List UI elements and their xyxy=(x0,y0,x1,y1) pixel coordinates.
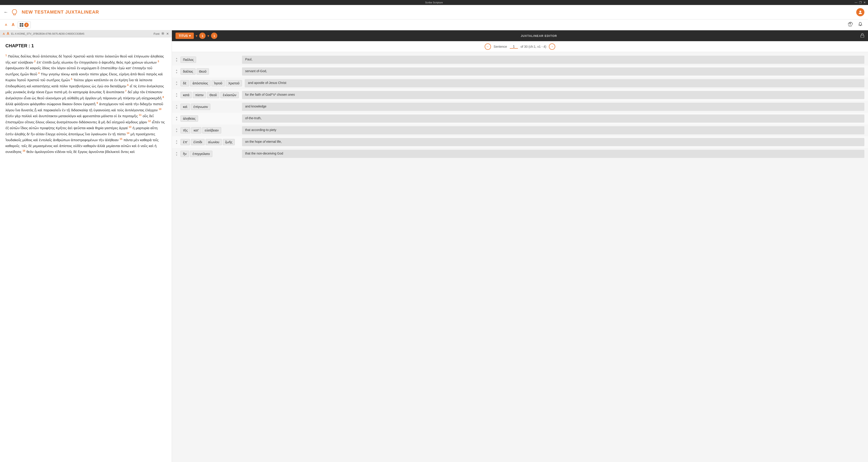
greek-word-token[interactable]: Θεοῦ xyxy=(207,92,219,98)
word-row: ▲▼καὶἐπίγνωσινand knowledge xyxy=(172,101,868,113)
greek-word-token[interactable]: δοῦλος xyxy=(181,68,196,75)
sentence-total: of 30 (ch:1, v1 - 4) xyxy=(521,45,547,49)
page-title: NEW TESTAMENT JUXTALINEAR xyxy=(22,9,99,15)
window-controls[interactable]: — ❐ ✕ xyxy=(855,1,866,4)
row-up-arrow[interactable]: ▲ xyxy=(176,104,178,107)
row-down-arrow[interactable]: ▼ xyxy=(176,60,178,62)
greek-word-token[interactable]: Θεοῦ xyxy=(196,68,209,75)
greek-words-group: ἐπ'ἐλπίδιαἰωνίουζωῆς xyxy=(181,139,239,145)
chapter-heading: CHAPTER : 1 xyxy=(5,42,166,50)
row-up-arrow[interactable]: ▲ xyxy=(176,57,178,60)
greek-word-token[interactable]: εὐσέβειαν xyxy=(202,127,221,133)
row-reorder-arrows[interactable]: ▲▼ xyxy=(176,140,178,145)
app-title: Scribe Scripture xyxy=(425,1,443,4)
row-down-arrow[interactable]: ▼ xyxy=(176,83,178,86)
row-up-arrow[interactable]: ▲ xyxy=(176,140,178,142)
greek-word-token[interactable]: ἐκλεκτῶν xyxy=(220,92,239,98)
word-row: ▲▼ἣνἐπηγγείλατοthat the non-deceiving Go… xyxy=(172,148,868,160)
greek-word-token[interactable]: ἀπόστολος xyxy=(190,80,211,86)
word-row: ▲▼ΠαῦλοςPaul, xyxy=(172,54,868,66)
row-up-arrow[interactable]: ▲ xyxy=(176,128,178,130)
row-reorder-arrows[interactable]: ▲▼ xyxy=(176,151,178,157)
row-down-arrow[interactable]: ▼ xyxy=(176,142,178,145)
row-down-arrow[interactable]: ▼ xyxy=(176,130,178,133)
minimize-btn[interactable]: — xyxy=(855,1,857,4)
row-up-arrow[interactable]: ▲ xyxy=(176,69,178,71)
sentence-next-button[interactable]: → xyxy=(549,43,555,50)
verse-number-9: 9 xyxy=(97,101,99,104)
greek-words-group: ἀληθείας xyxy=(181,115,239,122)
chapter-next-arrow[interactable]: ▾ xyxy=(207,33,210,39)
row-up-arrow[interactable]: ▲ xyxy=(176,151,178,154)
row-reorder-arrows[interactable]: ▲▼ xyxy=(176,104,178,110)
chapter-navigation: ▾ 1 ▾ 1 xyxy=(195,33,217,39)
row-up-arrow[interactable]: ▲ xyxy=(176,92,178,95)
english-gloss: Paul, xyxy=(242,56,864,64)
greek-word-token[interactable]: κατά xyxy=(181,92,192,98)
view-toggle-button[interactable]: 2 xyxy=(18,22,31,28)
greek-words-group: δὲἀπόστολοςἸησοῦΧριστοῦ xyxy=(181,80,242,86)
greek-word-token[interactable]: ζωῆς xyxy=(223,139,235,145)
back-button[interactable]: ← xyxy=(4,9,8,15)
greek-word-token[interactable]: ἐπηγγείλατο xyxy=(190,151,212,157)
font-increase-button[interactable]: A xyxy=(10,22,16,28)
verse-number-5: 5 xyxy=(71,78,73,80)
sentence-number-input[interactable] xyxy=(510,44,518,49)
text-font-small[interactable]: A xyxy=(3,32,5,35)
user-avatar[interactable] xyxy=(856,8,864,16)
close-btn[interactable]: ✕ xyxy=(864,1,866,4)
greek-word-token[interactable]: δὲ xyxy=(181,80,189,86)
titus-book-button[interactable]: TITUS ▾ xyxy=(176,33,194,39)
verse-number-12: 12 xyxy=(148,120,151,122)
title-bar: Scribe Scripture — ❐ ✕ xyxy=(0,0,868,5)
editor-title: JUXTALINEAR EDITOR xyxy=(217,34,860,37)
row-down-arrow[interactable]: ▼ xyxy=(176,95,178,98)
greek-word-token[interactable]: ἐπίγνωσιν xyxy=(191,104,210,110)
english-gloss: and knowledge xyxy=(242,103,864,111)
row-reorder-arrows[interactable]: ▲▼ xyxy=(176,92,178,98)
row-up-arrow[interactable]: ▲ xyxy=(176,81,178,83)
row-down-arrow[interactable]: ▼ xyxy=(176,119,178,121)
greek-word-token[interactable]: ἀληθείας xyxy=(181,115,198,122)
upload-button[interactable] xyxy=(846,21,855,29)
greek-word-token[interactable]: ἐπ' xyxy=(181,139,190,145)
logo-icon xyxy=(11,9,18,16)
row-down-arrow[interactable]: ▼ xyxy=(176,154,178,157)
greek-word-token[interactable]: Παῦλος xyxy=(181,57,196,63)
verse-number-3: 3 xyxy=(158,60,159,63)
row-reorder-arrows[interactable]: ▲▼ xyxy=(176,128,178,133)
row-down-arrow[interactable]: ▼ xyxy=(176,107,178,110)
greek-word-token[interactable]: τῆς xyxy=(181,127,190,133)
chapter-prev-arrow[interactable]: ▾ xyxy=(195,33,198,39)
svg-point-2 xyxy=(859,11,861,12)
greek-word-token[interactable]: ἐλπίδι xyxy=(191,139,205,145)
greek-word-token[interactable]: κατ' xyxy=(191,127,201,133)
verse-number: 1 xyxy=(211,33,217,39)
text-font-large[interactable]: A xyxy=(6,32,9,36)
settings-icon[interactable] xyxy=(161,32,164,36)
greek-word-token[interactable]: πίστιν xyxy=(193,92,206,98)
sentence-prev-button[interactable]: ← xyxy=(485,43,491,50)
close-panel-button[interactable]: ✕ xyxy=(166,32,169,35)
english-gloss: for the faith of God*'s* chosen ones xyxy=(242,91,864,99)
greek-word-token[interactable]: καὶ xyxy=(181,104,190,110)
word-row: ▲▼δὲἀπόστολοςἸησοῦΧριστοῦand apostle of-… xyxy=(172,78,868,89)
row-reorder-arrows[interactable]: ▲▼ xyxy=(176,57,178,62)
notifications-button[interactable] xyxy=(856,21,864,29)
maximize-btn[interactable]: ❐ xyxy=(859,1,862,4)
main-toolbar: A A 2 xyxy=(0,20,868,30)
greek-word-token[interactable]: αἰωνίου xyxy=(206,139,222,145)
lock-icon[interactable] xyxy=(860,33,864,38)
greek-words-group: τῆςκατ'εὐσέβειαν xyxy=(181,127,239,133)
verse-number-8: 8 xyxy=(163,96,164,98)
greek-words-group: καὶἐπίγνωσιν xyxy=(181,104,239,110)
row-down-arrow[interactable]: ▼ xyxy=(176,71,178,74)
font-decrease-button[interactable]: A xyxy=(4,22,8,27)
row-up-arrow[interactable]: ▲ xyxy=(176,116,178,119)
greek-word-token[interactable]: ἣν xyxy=(181,151,189,157)
row-reorder-arrows[interactable]: ▲▼ xyxy=(176,81,178,86)
greek-word-token[interactable]: Ἰησοῦ xyxy=(212,80,225,86)
row-reorder-arrows[interactable]: ▲▼ xyxy=(176,69,178,74)
row-reorder-arrows[interactable]: ▲▼ xyxy=(176,116,178,121)
greek-word-token[interactable]: Χριστοῦ xyxy=(226,80,242,86)
